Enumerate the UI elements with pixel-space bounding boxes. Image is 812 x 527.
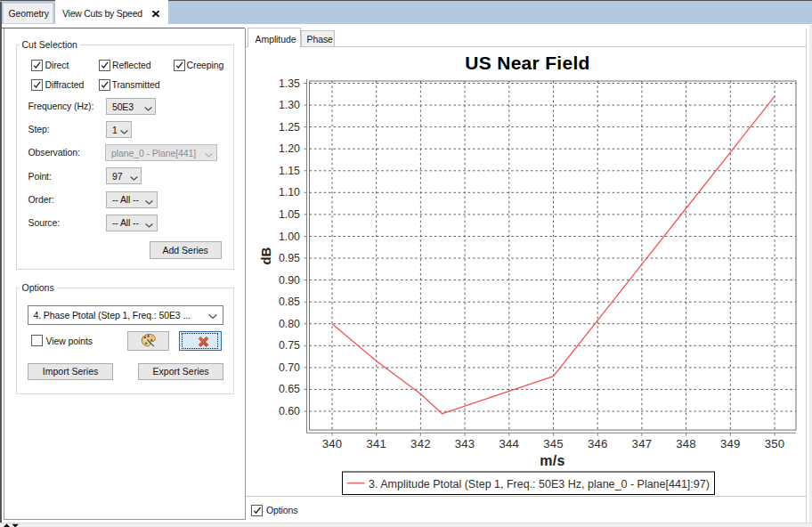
- svg-text:0.80: 0.80: [279, 318, 300, 330]
- svg-text:349: 349: [720, 437, 741, 450]
- svg-text:348: 348: [676, 437, 696, 450]
- svg-text:1.05: 1.05: [279, 208, 300, 221]
- svg-text:0.60: 0.60: [279, 405, 300, 418]
- svg-text:1.25: 1.25: [279, 121, 300, 134]
- svg-text:1.35: 1.35: [279, 77, 300, 90]
- svg-text:343: 343: [455, 437, 475, 450]
- svg-text:350: 350: [765, 437, 785, 450]
- svg-text:1.15: 1.15: [279, 165, 300, 177]
- svg-text:346: 346: [588, 437, 608, 450]
- svg-text:347: 347: [632, 437, 653, 450]
- svg-text:3. Amplitude Ptotal (Step 1, F: 3. Amplitude Ptotal (Step 1, Freq.: 50E3…: [369, 478, 710, 491]
- svg-text:US Near Field: US Near Field: [465, 53, 589, 73]
- svg-text:0.85: 0.85: [279, 296, 300, 308]
- svg-text:0.65: 0.65: [279, 383, 300, 395]
- svg-text:345: 345: [543, 437, 564, 450]
- svg-text:342: 342: [410, 437, 431, 450]
- svg-text:0.95: 0.95: [279, 252, 300, 264]
- svg-text:0.75: 0.75: [279, 339, 300, 352]
- svg-text:344: 344: [499, 437, 519, 450]
- svg-text:1.20: 1.20: [279, 142, 300, 155]
- svg-text:341: 341: [366, 437, 386, 450]
- svg-text:0.90: 0.90: [279, 274, 300, 287]
- svg-text:dB: dB: [258, 247, 273, 264]
- svg-text:1.00: 1.00: [279, 231, 300, 243]
- svg-text:1.10: 1.10: [279, 186, 300, 199]
- svg-text:1.30: 1.30: [279, 99, 300, 111]
- svg-text:m/s: m/s: [540, 453, 564, 468]
- svg-text:0.70: 0.70: [279, 361, 300, 374]
- svg-text:340: 340: [322, 437, 343, 450]
